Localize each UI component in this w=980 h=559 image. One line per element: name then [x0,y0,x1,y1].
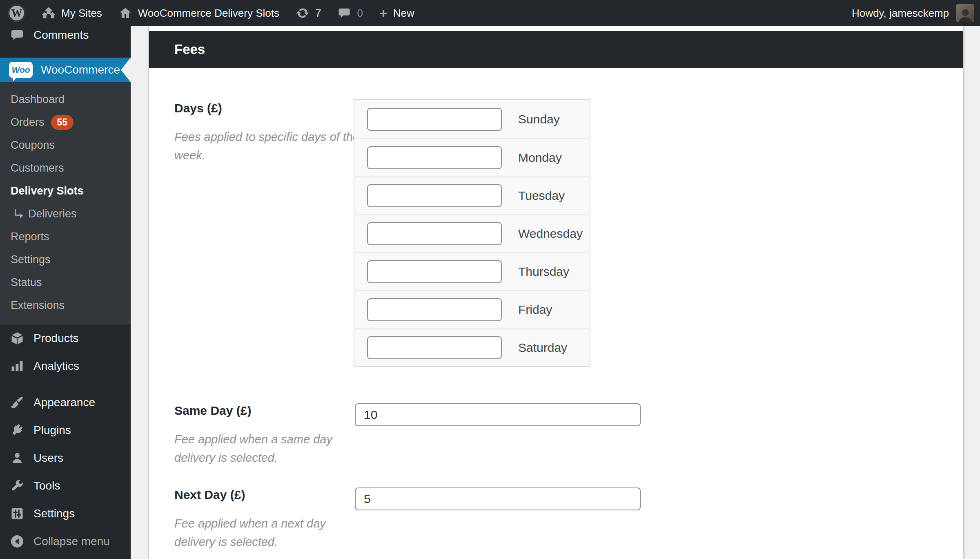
collapse-icon [9,533,25,550]
submenu-item-coupons[interactable]: Coupons [0,134,131,157]
woocommerce-icon: Woo [9,62,33,78]
submenu-item-status[interactable]: Status [0,271,131,294]
sidebar-item-appearance[interactable]: Appearance [0,389,131,416]
sidebar-item-plugins[interactable]: Plugins [0,416,131,444]
admin-bar: W My Sites WooCommerce Delivery Slots 7 [0,0,980,26]
submenu-item-deliveries[interactable]: Deliveries [0,202,131,225]
sidebar-item-comments[interactable]: Comments [0,23,131,47]
products-icon [9,330,25,347]
submenu-label: Settings [11,253,51,266]
tuesday-fee-input[interactable] [367,184,502,207]
table-row-friday: Friday [354,290,590,328]
new-content-button[interactable]: + New [371,0,423,26]
same-day-fee-input[interactable] [355,403,641,426]
site-name-label: WooCommerce Delivery Slots [138,7,279,20]
next-day-field-description: Fee applied when a next day delivery is … [174,514,366,551]
sidebar-item-woocommerce[interactable]: Woo WooCommerce [0,58,131,82]
submenu-item-dashboard[interactable]: Dashboard [0,88,131,111]
submenu-label: Orders [11,116,45,129]
my-sites-label: My Sites [61,7,102,20]
saturday-fee-input[interactable] [367,336,502,359]
admin-bar-left: W My Sites WooCommerce Delivery Slots 7 [0,0,423,26]
day-label: Wednesday [518,227,583,241]
days-field-description: Fees applied to specific days of the wee… [174,128,366,165]
same-day-field-label: Same Day (£) [174,403,366,418]
submenu-label: Status [11,276,42,289]
new-label: New [393,7,414,20]
sidebar-label-comments: Comments [33,29,89,42]
day-label: Monday [518,151,562,165]
table-row-tuesday: Tuesday [354,176,590,214]
sidebar-item-users[interactable]: Users [0,444,131,472]
next-day-field-label: Next Day (£) [174,487,366,502]
submenu-item-settings[interactable]: Settings [0,248,131,271]
days-fees-table: Sunday Monday Tuesday Wednesday Thursday… [354,99,590,367]
sidebar-label: Collapse menu [33,535,110,548]
table-row-thursday: Thursday [354,252,590,290]
day-label: Tuesday [518,189,565,203]
home-icon [118,6,132,20]
next-day-fee-input[interactable] [355,487,641,510]
fees-panel-header: Fees [149,31,963,68]
next-day-field-label-block: Next Day (£) Fee applied when a next day… [174,487,366,551]
site-name-button[interactable]: WooCommerce Delivery Slots [110,0,287,26]
fees-panel-title: Fees [174,42,205,57]
tools-icon [9,478,25,494]
submenu-item-extensions[interactable]: Extensions [0,294,131,317]
avatar-person-icon [956,7,974,22]
sidebar-item-settings[interactable]: Settings [0,500,131,528]
submenu-item-orders[interactable]: Orders 55 [0,111,131,134]
day-label: Sunday [518,112,560,126]
friday-fee-input[interactable] [367,298,502,321]
sidebar-label: Users [33,452,63,465]
sidebar-label: Tools [33,479,60,492]
same-day-field-label-block: Same Day (£) Fee applied when a same day… [174,403,366,467]
wednesday-fee-input[interactable] [367,222,502,245]
submenu-item-customers[interactable]: Customers [0,157,131,179]
current-menu-arrow [121,58,131,82]
users-icon [9,450,25,466]
sunday-fee-input[interactable] [367,108,502,131]
day-label: Friday [518,303,552,317]
sidebar-label: Settings [33,507,75,520]
days-field-label-block: Days (£) Fees applied to specific days o… [174,101,366,165]
updates-button[interactable]: 7 [287,0,329,26]
comments-shortcut-button[interactable]: 0 [329,0,371,26]
comments-icon [9,27,25,43]
sidebar-item-collapse-menu[interactable]: Collapse menu [0,528,131,555]
howdy-account-link[interactable]: Howdy, jamesckemp [852,7,949,20]
sidebar-label: Analytics [33,360,79,373]
my-sites-button[interactable]: My Sites [33,0,110,26]
table-row-wednesday: Wednesday [354,214,590,252]
wordpress-menu-button[interactable]: W [0,0,33,26]
submenu-item-delivery-slots[interactable]: Delivery Slots [0,179,131,202]
monday-fee-input[interactable] [367,146,502,169]
orders-count-badge: 55 [51,115,74,130]
submenu-label: Customers [11,162,64,174]
comments-count: 0 [357,7,363,20]
thursday-fee-input[interactable] [367,260,502,283]
sidebar-item-products[interactable]: Products [0,324,131,352]
submenu-label: Coupons [11,139,55,152]
analytics-icon [9,358,25,374]
sidebar-label: Appearance [33,396,95,409]
plugins-icon [9,422,25,438]
avatar[interactable] [956,4,974,22]
submenu-label: Delivery Slots [11,185,84,197]
woocommerce-submenu: Dashboard Orders 55 Coupons Customers De… [0,82,131,324]
sidebar-label-woocommerce: WooCommerce [41,63,120,76]
appearance-icon [9,394,25,411]
my-sites-icon [42,6,56,20]
sidebar-label: Products [33,332,79,345]
day-label: Saturday [518,341,567,355]
menu-separator [0,380,131,389]
submenu-item-reports[interactable]: Reports [0,225,131,248]
updates-icon [296,6,310,20]
submenu-label: Extensions [11,299,65,312]
sidebar-item-tools[interactable]: Tools [0,472,131,500]
submenu-arrow-icon [15,209,21,216]
settings-panel: Fees Days (£) Fees applied to specific d… [148,26,964,559]
submenu-label: Dashboard [11,93,65,106]
sidebar-item-analytics[interactable]: Analytics [0,352,131,380]
days-field-label: Days (£) [174,101,366,116]
